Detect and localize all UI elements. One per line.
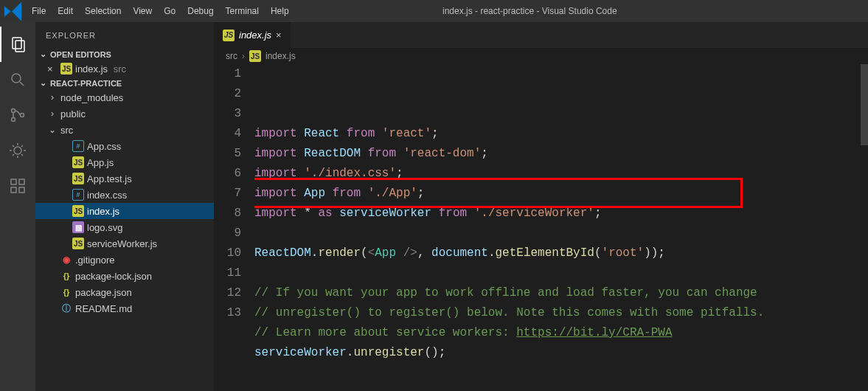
folder-name: public	[60, 108, 86, 120]
js-icon: JS	[72, 238, 84, 249]
file-item[interactable]: index.css	[35, 187, 214, 203]
menu-file[interactable]: File	[26, 0, 52, 22]
code-line-2[interactable]: import ReactDOM from 'react-dom';	[254, 144, 861, 164]
tab-index-js[interactable]: JS index.js ×	[214, 22, 291, 48]
css-icon	[72, 189, 84, 201]
svg-point-3	[12, 109, 15, 113]
open-editor-item[interactable]: ×JSindex.js src	[35, 60, 214, 77]
folder-name: node_modules	[60, 92, 123, 103]
chevron-right-icon: ›	[242, 51, 245, 61]
tab-label: index.js	[239, 30, 271, 41]
code-line-4[interactable]: import App from './App';	[254, 184, 861, 204]
menu-view[interactable]: View	[127, 0, 158, 22]
editor[interactable]: 12345678910111213 import React from 'rea…	[214, 64, 868, 391]
svg-point-5	[21, 114, 24, 117]
svg-rect-1	[15, 41, 24, 52]
project-header[interactable]: ⌄ REACT-PRACTICE	[35, 77, 214, 89]
breadcrumbs[interactable]: src›JSindex.js	[214, 48, 868, 64]
code-line-5[interactable]: import * as serviceWorker from './servic…	[254, 204, 861, 224]
ignore-icon	[60, 254, 72, 266]
debug-icon[interactable]	[0, 133, 35, 168]
code-line-6[interactable]	[254, 224, 861, 243]
chevron-right-icon: ›	[47, 108, 58, 119]
close-icon[interactable]: ×	[276, 30, 282, 41]
file-name: App.test.js	[87, 173, 132, 184]
code-line-10[interactable]: // unregister() to register() below. Not…	[254, 303, 861, 323]
file-item[interactable]: package.json	[35, 284, 214, 300]
scm-icon[interactable]	[0, 97, 35, 133]
info-icon	[60, 302, 72, 314]
file-name: logo.svg	[87, 222, 122, 233]
file-item[interactable]: README.md	[35, 300, 214, 316]
file-name: index.js	[87, 206, 119, 217]
file-name: App.css	[87, 141, 121, 152]
sidebar: EXPLORER ⌄ OPEN EDITORS ×JSindex.js src …	[35, 22, 214, 391]
svg-rect-0	[13, 38, 21, 49]
folder-item[interactable]: ›public	[35, 105, 214, 122]
js-icon: JS	[72, 156, 84, 168]
folder-item[interactable]: ›node_modules	[35, 89, 214, 105]
file-name: index.js	[75, 63, 108, 75]
code-line-11[interactable]: // Learn more about service workers: htt…	[254, 323, 861, 343]
vscode-logo-icon	[0, 0, 26, 22]
folder-name: src	[60, 125, 73, 136]
file-item[interactable]: .gitignore	[35, 252, 214, 268]
menu-terminal[interactable]: Terminal	[220, 0, 265, 22]
file-name: package-lock.json	[75, 271, 152, 282]
titlebar: FileEditSelectionViewGoDebugTerminalHelp…	[0, 0, 868, 22]
svg-point-2	[12, 74, 21, 83]
file-item[interactable]: App.css	[35, 138, 214, 154]
code-line-1[interactable]: import React from 'react';	[254, 124, 861, 144]
file-item[interactable]: package-lock.json	[35, 268, 214, 284]
json-icon	[60, 270, 72, 282]
project-label: REACT-PRACTICE	[50, 79, 122, 88]
code-line-8[interactable]	[254, 263, 861, 283]
extensions-icon[interactable]	[0, 168, 35, 204]
activity-bar	[0, 22, 35, 391]
folder-item[interactable]: ⌄src	[35, 122, 214, 138]
file-item[interactable]: JSApp.test.js	[35, 170, 214, 187]
open-editors-label: OPEN EDITORS	[50, 50, 111, 59]
menu-edit[interactable]: Edit	[52, 0, 79, 22]
scrollbar[interactable]	[861, 64, 868, 145]
breadcrumb-segment[interactable]: index.js	[265, 51, 296, 61]
code-content[interactable]: import React from 'react';import ReactDO…	[254, 64, 868, 391]
sidebar-title: EXPLORER	[35, 22, 214, 48]
file-name: README.md	[75, 303, 132, 314]
code-line-13[interactable]	[254, 363, 861, 383]
svg-point-4	[12, 118, 15, 122]
code-line-7[interactable]: ReactDOM.render(<App />, document.getEle…	[254, 243, 861, 263]
file-name: serviceWorker.js	[87, 238, 157, 249]
svg-rect-7	[11, 179, 16, 184]
file-name: .gitignore	[75, 255, 114, 266]
file-name: App.js	[87, 157, 114, 168]
svg-rect-10	[19, 179, 24, 184]
js-icon: JS	[72, 205, 84, 217]
chevron-down-icon: ⌄	[47, 125, 58, 135]
file-name: index.css	[87, 190, 127, 201]
file-item[interactable]: JSserviceWorker.js	[35, 235, 214, 252]
svg-icon: ▧	[72, 221, 84, 233]
menu-bar: FileEditSelectionViewGoDebugTerminalHelp	[26, 0, 295, 22]
editor-zone: JS index.js × src›JSindex.js 12345678910…	[214, 22, 868, 391]
menu-selection[interactable]: Selection	[79, 0, 127, 22]
code-line-3[interactable]: import './index.css';	[254, 164, 861, 184]
file-item[interactable]: JSindex.js	[35, 203, 214, 219]
code-line-9[interactable]: // If you want your app to work offline …	[254, 283, 861, 303]
css-icon	[72, 140, 84, 152]
search-icon[interactable]	[0, 62, 35, 97]
open-editors-header[interactable]: ⌄ OPEN EDITORS	[35, 48, 214, 60]
menu-go[interactable]: Go	[158, 0, 181, 22]
menu-help[interactable]: Help	[265, 0, 295, 22]
explorer-icon[interactable]	[0, 27, 35, 62]
chevron-right-icon: ›	[47, 92, 58, 103]
breadcrumb-segment[interactable]: src	[226, 51, 237, 61]
json-icon	[60, 286, 72, 298]
file-tree: ›node_modules›public⌄srcApp.cssJSApp.jsJ…	[35, 89, 214, 316]
code-line-12[interactable]: serviceWorker.unregister();	[254, 343, 861, 363]
file-item[interactable]: JSApp.js	[35, 154, 214, 170]
menu-debug[interactable]: Debug	[181, 0, 219, 22]
file-item[interactable]: ▧logo.svg	[35, 219, 214, 235]
close-icon[interactable]: ×	[47, 63, 58, 75]
file-name: package.json	[75, 287, 132, 298]
